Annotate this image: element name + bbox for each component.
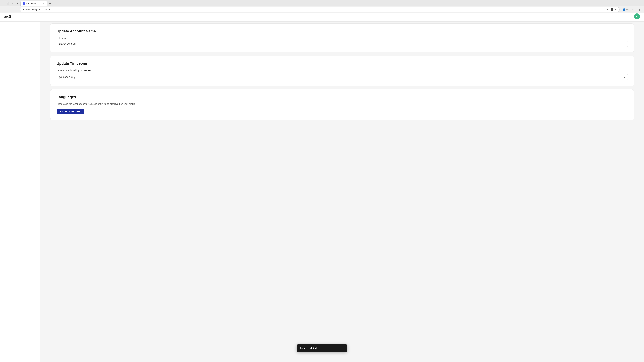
incognito-badge[interactable]: 👤 Incognito (621, 8, 636, 11)
tab-nav-button[interactable]: ▼ (16, 1, 20, 5)
timezone-select-wrapper: (+08:00) Beijing ▲ (56, 74, 628, 80)
add-language-label: + ADD LANGUAGE (60, 110, 81, 113)
url-text: arc.dev/settings/personal-info (23, 8, 605, 11)
download-icon[interactable]: ⬇ (614, 8, 617, 11)
page-layout: Update Account Name Full Name Update Tim… (0, 19, 644, 362)
user-avatar[interactable]: L (634, 13, 640, 19)
extensions-icon[interactable]: ⬛ (610, 8, 614, 11)
minimize-button[interactable]: — (1, 1, 6, 6)
site-logo: arc() (4, 14, 11, 18)
languages-title: Languages (56, 95, 628, 99)
tab-close-button[interactable]: ✕ (42, 2, 45, 5)
timezone-info: Current time in Beijing: 11:08 PM (56, 69, 628, 72)
toast-notification: Name updated. ✕ (297, 344, 347, 352)
tab-favicon: ✓ (23, 2, 25, 5)
add-language-button[interactable]: + ADD LANGUAGE (56, 109, 84, 114)
toast-close-button[interactable]: ✕ (341, 347, 344, 350)
timezone-select[interactable]: (+08:00) Beijing (56, 74, 628, 80)
more-options-button[interactable]: ⋮ (637, 7, 642, 12)
update-timezone-title: Update Timezone (56, 61, 628, 66)
content-area: Update Account Name Full Name Update Tim… (40, 19, 644, 362)
current-time: 11:08 PM (81, 69, 91, 72)
bookmark-icon[interactable]: ★ (606, 8, 609, 11)
update-account-name-card: Update Account Name Full Name (50, 23, 634, 52)
sidebar (0, 19, 40, 362)
languages-description: Please add the languages you're proficie… (56, 103, 628, 105)
full-name-label: Full Name (56, 37, 628, 39)
address-icons: ★ ⬛ ⬇ (606, 8, 617, 11)
maximize-button[interactable]: ⬜ (6, 1, 10, 6)
languages-card: Languages Please add the languages you'r… (50, 89, 634, 120)
close-button[interactable]: ✕ (10, 1, 14, 6)
new-tab-button[interactable]: + (48, 1, 52, 6)
toast-message: Name updated. (300, 347, 338, 350)
browser-chrome: — ⬜ ✕ ▼ ✓ Arc Account ✕ + ← → (0, 0, 644, 13)
active-tab[interactable]: ✓ Arc Account ✕ (20, 1, 47, 6)
address-bar-row: ← → ↻ arc.dev/settings/personal-info ★ ⬛… (0, 6, 644, 13)
refresh-button[interactable]: ↻ (14, 7, 19, 12)
tab-title: Arc Account (26, 2, 38, 5)
update-timezone-card: Update Timezone Current time in Beijing:… (50, 56, 634, 86)
tab-bar: — ⬜ ✕ ▼ ✓ Arc Account ✕ + (0, 0, 644, 6)
current-time-prefix: Current time in Beijing: (56, 69, 80, 72)
update-account-name-title: Update Account Name (56, 29, 628, 33)
forward-button[interactable]: → (8, 7, 13, 12)
incognito-label: Incognito (626, 8, 634, 11)
full-name-input[interactable] (56, 40, 628, 47)
back-button[interactable]: ← (2, 7, 7, 12)
address-bar[interactable]: arc.dev/settings/personal-info ★ ⬛ ⬇ (20, 7, 620, 12)
